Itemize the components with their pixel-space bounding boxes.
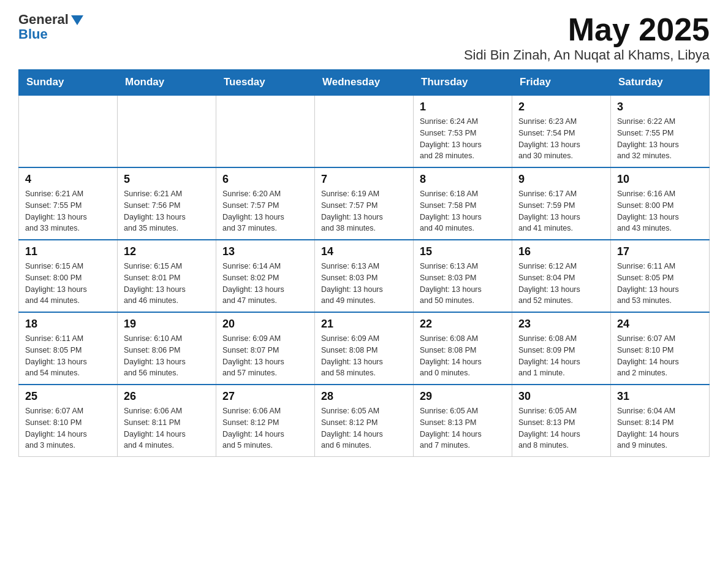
day-cell-1-6: 10Sunrise: 6:16 AM Sunset: 8:00 PM Dayli… <box>611 167 710 240</box>
day-number: 12 <box>124 245 210 258</box>
day-info: Sunrise: 6:04 AM Sunset: 8:14 PM Dayligh… <box>617 405 703 451</box>
day-cell-4-0: 25Sunrise: 6:07 AM Sunset: 8:10 PM Dayli… <box>19 385 118 457</box>
day-number: 1 <box>420 101 506 113</box>
logo-blue-text: Blue <box>18 27 83 42</box>
day-cell-3-5: 23Sunrise: 6:08 AM Sunset: 8:09 PM Dayli… <box>512 312 611 385</box>
day-info: Sunrise: 6:23 AM Sunset: 7:54 PM Dayligh… <box>518 116 604 162</box>
week-row-2: 4Sunrise: 6:21 AM Sunset: 7:55 PM Daylig… <box>19 167 710 240</box>
week-row-4: 18Sunrise: 6:11 AM Sunset: 8:05 PM Dayli… <box>19 312 710 385</box>
day-cell-1-2: 6Sunrise: 6:20 AM Sunset: 7:57 PM Daylig… <box>216 167 315 240</box>
calendar-body: 1Sunrise: 6:24 AM Sunset: 7:53 PM Daylig… <box>19 95 710 457</box>
day-number: 22 <box>420 318 506 331</box>
day-number: 16 <box>518 245 604 258</box>
day-info: Sunrise: 6:12 AM Sunset: 8:04 PM Dayligh… <box>518 261 604 307</box>
calendar-header: SundayMondayTuesdayWednesdayThursdayFrid… <box>19 70 710 96</box>
day-info: Sunrise: 6:15 AM Sunset: 8:01 PM Dayligh… <box>124 261 210 307</box>
day-cell-0-1 <box>118 95 216 167</box>
day-cell-1-3: 7Sunrise: 6:19 AM Sunset: 7:57 PM Daylig… <box>315 167 414 240</box>
page-header: General Blue May 2025 Sidi Bin Zinah, An… <box>18 12 710 63</box>
day-cell-0-3 <box>315 95 414 167</box>
day-number: 8 <box>420 173 506 186</box>
logo: General Blue <box>18 12 83 42</box>
day-cell-0-6: 3Sunrise: 6:22 AM Sunset: 7:55 PM Daylig… <box>611 95 710 167</box>
day-info: Sunrise: 6:11 AM Sunset: 8:05 PM Dayligh… <box>25 333 111 379</box>
day-info: Sunrise: 6:14 AM Sunset: 8:02 PM Dayligh… <box>222 261 308 307</box>
day-cell-3-2: 20Sunrise: 6:09 AM Sunset: 8:07 PM Dayli… <box>216 312 315 385</box>
calendar-title: May 2025 <box>464 12 710 47</box>
day-cell-2-6: 17Sunrise: 6:11 AM Sunset: 8:05 PM Dayli… <box>611 240 710 312</box>
day-info: Sunrise: 6:21 AM Sunset: 7:55 PM Dayligh… <box>25 188 111 234</box>
calendar-table: SundayMondayTuesdayWednesdayThursdayFrid… <box>18 69 710 457</box>
day-info: Sunrise: 6:08 AM Sunset: 8:08 PM Dayligh… <box>420 333 506 379</box>
logo-general-text: General <box>18 12 69 27</box>
day-info: Sunrise: 6:05 AM Sunset: 8:13 PM Dayligh… <box>518 405 604 451</box>
day-number: 9 <box>518 173 604 186</box>
day-info: Sunrise: 6:05 AM Sunset: 8:12 PM Dayligh… <box>321 405 407 451</box>
day-cell-1-0: 4Sunrise: 6:21 AM Sunset: 7:55 PM Daylig… <box>19 167 118 240</box>
day-info: Sunrise: 6:08 AM Sunset: 8:09 PM Dayligh… <box>518 333 604 379</box>
header-cell-wednesday: Wednesday <box>315 70 414 96</box>
day-number: 14 <box>321 245 407 258</box>
day-info: Sunrise: 6:11 AM Sunset: 8:05 PM Dayligh… <box>617 261 703 307</box>
day-cell-2-1: 12Sunrise: 6:15 AM Sunset: 8:01 PM Dayli… <box>118 240 216 312</box>
day-number: 6 <box>222 173 308 186</box>
day-cell-2-5: 16Sunrise: 6:12 AM Sunset: 8:04 PM Dayli… <box>512 240 611 312</box>
day-cell-3-0: 18Sunrise: 6:11 AM Sunset: 8:05 PM Dayli… <box>19 312 118 385</box>
day-number: 10 <box>617 173 703 186</box>
day-info: Sunrise: 6:22 AM Sunset: 7:55 PM Dayligh… <box>617 116 703 162</box>
day-number: 15 <box>420 245 506 258</box>
day-cell-4-5: 30Sunrise: 6:05 AM Sunset: 8:13 PM Dayli… <box>512 385 611 457</box>
day-info: Sunrise: 6:09 AM Sunset: 8:07 PM Dayligh… <box>222 333 308 379</box>
day-number: 18 <box>25 318 111 331</box>
week-row-1: 1Sunrise: 6:24 AM Sunset: 7:53 PM Daylig… <box>19 95 710 167</box>
day-number: 24 <box>617 318 703 331</box>
day-number: 2 <box>518 101 604 113</box>
day-cell-0-4: 1Sunrise: 6:24 AM Sunset: 7:53 PM Daylig… <box>414 95 512 167</box>
day-number: 7 <box>321 173 407 186</box>
day-info: Sunrise: 6:13 AM Sunset: 8:03 PM Dayligh… <box>321 261 407 307</box>
header-cell-sunday: Sunday <box>19 70 118 96</box>
day-info: Sunrise: 6:13 AM Sunset: 8:03 PM Dayligh… <box>420 261 506 307</box>
day-number: 21 <box>321 318 407 331</box>
day-number: 25 <box>25 390 111 403</box>
week-row-3: 11Sunrise: 6:15 AM Sunset: 8:00 PM Dayli… <box>19 240 710 312</box>
day-info: Sunrise: 6:07 AM Sunset: 8:10 PM Dayligh… <box>25 405 111 451</box>
day-cell-2-0: 11Sunrise: 6:15 AM Sunset: 8:00 PM Dayli… <box>19 240 118 312</box>
day-cell-1-5: 9Sunrise: 6:17 AM Sunset: 7:59 PM Daylig… <box>512 167 611 240</box>
day-cell-3-6: 24Sunrise: 6:07 AM Sunset: 8:10 PM Dayli… <box>611 312 710 385</box>
day-number: 17 <box>617 245 703 258</box>
day-number: 13 <box>222 245 308 258</box>
day-number: 28 <box>321 390 407 403</box>
day-number: 4 <box>25 173 111 186</box>
day-number: 11 <box>25 245 111 258</box>
day-number: 19 <box>124 318 210 331</box>
day-cell-4-2: 27Sunrise: 6:06 AM Sunset: 8:12 PM Dayli… <box>216 385 315 457</box>
day-number: 23 <box>518 318 604 331</box>
header-row: SundayMondayTuesdayWednesdayThursdayFrid… <box>19 70 710 96</box>
day-number: 3 <box>617 101 703 113</box>
day-number: 31 <box>617 390 703 403</box>
header-cell-tuesday: Tuesday <box>216 70 315 96</box>
header-cell-friday: Friday <box>512 70 611 96</box>
title-block: May 2025 Sidi Bin Zinah, An Nuqat al Kha… <box>464 12 710 63</box>
day-info: Sunrise: 6:19 AM Sunset: 7:57 PM Dayligh… <box>321 188 407 234</box>
day-cell-0-0 <box>19 95 118 167</box>
day-number: 27 <box>222 390 308 403</box>
day-info: Sunrise: 6:18 AM Sunset: 7:58 PM Dayligh… <box>420 188 506 234</box>
day-number: 26 <box>124 390 210 403</box>
day-info: Sunrise: 6:05 AM Sunset: 8:13 PM Dayligh… <box>420 405 506 451</box>
day-info: Sunrise: 6:06 AM Sunset: 8:12 PM Dayligh… <box>222 405 308 451</box>
day-info: Sunrise: 6:17 AM Sunset: 7:59 PM Dayligh… <box>518 188 604 234</box>
day-cell-4-1: 26Sunrise: 6:06 AM Sunset: 8:11 PM Dayli… <box>118 385 216 457</box>
day-cell-3-4: 22Sunrise: 6:08 AM Sunset: 8:08 PM Dayli… <box>414 312 512 385</box>
day-cell-1-1: 5Sunrise: 6:21 AM Sunset: 7:56 PM Daylig… <box>118 167 216 240</box>
day-number: 5 <box>124 173 210 186</box>
day-cell-4-6: 31Sunrise: 6:04 AM Sunset: 8:14 PM Dayli… <box>611 385 710 457</box>
day-number: 30 <box>518 390 604 403</box>
day-cell-4-3: 28Sunrise: 6:05 AM Sunset: 8:12 PM Dayli… <box>315 385 414 457</box>
week-row-5: 25Sunrise: 6:07 AM Sunset: 8:10 PM Dayli… <box>19 385 710 457</box>
day-number: 29 <box>420 390 506 403</box>
day-cell-2-2: 13Sunrise: 6:14 AM Sunset: 8:02 PM Dayli… <box>216 240 315 312</box>
day-info: Sunrise: 6:21 AM Sunset: 7:56 PM Dayligh… <box>124 188 210 234</box>
header-cell-saturday: Saturday <box>611 70 710 96</box>
